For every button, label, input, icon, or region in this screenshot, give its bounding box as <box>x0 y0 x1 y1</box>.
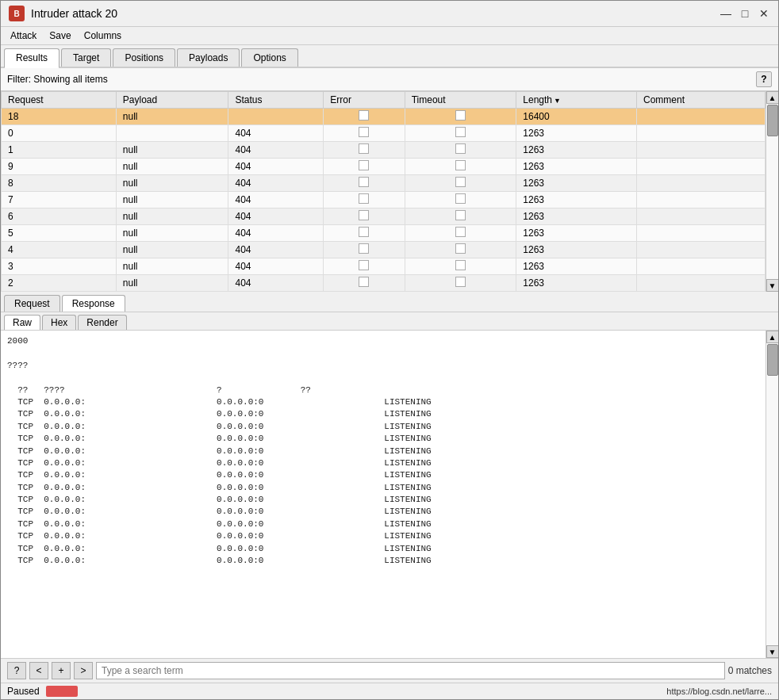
checkbox[interactable] <box>359 227 369 237</box>
table-cell: 1263 <box>516 125 637 142</box>
scroll-thumb[interactable] <box>767 105 778 136</box>
col-timeout[interactable]: Timeout <box>405 92 516 109</box>
checkbox[interactable] <box>455 193 466 204</box>
prev-button[interactable]: < <box>29 662 48 679</box>
table-row[interactable]: 4null4041263 <box>2 242 766 258</box>
raw-tabs: Raw Hex Render <box>1 312 778 331</box>
col-payload[interactable]: Payload <box>116 92 228 109</box>
table-cell <box>636 125 765 142</box>
scroll-up-button[interactable]: ▲ <box>766 91 779 104</box>
table-cell <box>405 175 516 192</box>
checkbox[interactable] <box>359 210 369 220</box>
col-length[interactable]: Length▼ <box>516 92 637 109</box>
checkbox[interactable] <box>455 260 466 270</box>
scroll-track[interactable] <box>766 104 779 279</box>
checkbox[interactable] <box>455 110 466 120</box>
scroll-down-button[interactable]: ▼ <box>766 279 779 292</box>
tab-target[interactable]: Target <box>61 48 111 67</box>
app-logo: B <box>9 6 25 21</box>
table-cell: null <box>116 142 228 159</box>
content-scroll-track[interactable] <box>766 343 779 645</box>
checkbox[interactable] <box>455 177 466 187</box>
table-cell: 404 <box>228 275 324 292</box>
tab-raw[interactable]: Raw <box>4 315 40 330</box>
table-cell: null <box>116 109 228 125</box>
table-row[interactable]: 18null16400 <box>2 109 766 125</box>
table-cell <box>405 225 516 242</box>
col-error[interactable]: Error <box>324 92 405 109</box>
table-cell: 1263 <box>516 258 637 275</box>
checkbox[interactable] <box>359 127 369 137</box>
checkbox[interactable] <box>359 260 369 270</box>
table-cell <box>324 258 405 275</box>
content-scrollbar[interactable]: ▲ ▼ <box>766 331 778 658</box>
table-scroll-area[interactable]: Request Payload Status Error Timeout Len… <box>1 91 766 292</box>
checkbox[interactable] <box>359 243 369 254</box>
table-cell <box>324 192 405 208</box>
tab-request[interactable]: Request <box>4 295 60 312</box>
table-row[interactable]: 1null4041263 <box>2 142 766 159</box>
table-scrollbar[interactable]: ▲ ▼ <box>766 91 778 292</box>
maximize-button[interactable]: □ <box>739 7 751 20</box>
table-row[interactable]: 9null4041263 <box>2 159 766 175</box>
menu-columns[interactable]: Columns <box>78 29 128 43</box>
checkbox[interactable] <box>455 277 466 287</box>
checkbox[interactable] <box>359 143 369 154</box>
table-row[interactable]: 6null4041263 <box>2 208 766 225</box>
table-cell: null <box>116 242 228 258</box>
help-button[interactable]: ? <box>756 71 772 87</box>
menu-attack[interactable]: Attack <box>4 29 43 43</box>
next-button[interactable]: > <box>74 662 93 679</box>
table-row[interactable]: 3null4041263 <box>2 258 766 275</box>
table-row[interactable]: 7null4041263 <box>2 192 766 208</box>
add-button[interactable]: + <box>52 662 71 679</box>
checkbox[interactable] <box>455 243 466 254</box>
table-cell: null <box>116 159 228 175</box>
tab-options[interactable]: Options <box>241 48 297 67</box>
table-cell: 404 <box>228 208 324 225</box>
checkbox[interactable] <box>359 110 369 120</box>
col-comment[interactable]: Comment <box>636 92 765 109</box>
table-cell: 9 <box>2 159 117 175</box>
checkbox[interactable] <box>455 143 466 154</box>
col-request[interactable]: Request <box>2 92 117 109</box>
checkbox[interactable] <box>455 210 466 220</box>
close-button[interactable]: ✕ <box>758 7 770 20</box>
tab-payloads[interactable]: Payloads <box>177 48 240 67</box>
table-cell <box>324 125 405 142</box>
tab-render[interactable]: Render <box>78 315 126 330</box>
checkbox[interactable] <box>359 277 369 287</box>
checkbox[interactable] <box>359 177 369 187</box>
checkbox[interactable] <box>455 160 466 170</box>
help-nav-button[interactable]: ? <box>7 662 26 679</box>
tab-response[interactable]: Response <box>62 295 125 312</box>
main-window: B Intruder attack 20 — □ ✕ Attack Save C… <box>0 0 779 700</box>
search-input[interactable] <box>96 662 725 679</box>
table-cell <box>405 208 516 225</box>
table-row[interactable]: 2null4041263 <box>2 275 766 292</box>
tab-hex[interactable]: Hex <box>42 315 76 330</box>
checkbox[interactable] <box>455 227 466 237</box>
checkbox[interactable] <box>455 127 466 137</box>
checkbox[interactable] <box>359 193 369 204</box>
menubar: Attack Save Columns <box>1 27 778 45</box>
minimize-button[interactable]: — <box>720 7 732 20</box>
table-row[interactable]: 04041263 <box>2 125 766 142</box>
table-cell: 1263 <box>516 225 637 242</box>
table-row[interactable]: 5null4041263 <box>2 225 766 242</box>
col-status[interactable]: Status <box>228 92 324 109</box>
tab-positions[interactable]: Positions <box>113 48 175 67</box>
content-scroll-thumb[interactable] <box>767 344 778 376</box>
table-row[interactable]: 8null4041263 <box>2 175 766 192</box>
table-cell <box>636 175 765 192</box>
table-cell: 7 <box>2 192 117 208</box>
table-cell: 404 <box>228 225 324 242</box>
content-scroll-down[interactable]: ▼ <box>766 645 779 658</box>
content-scroll-up[interactable]: ▲ <box>766 331 779 343</box>
table-cell: 1263 <box>516 242 637 258</box>
checkbox[interactable] <box>359 160 369 170</box>
menu-save[interactable]: Save <box>43 29 77 43</box>
tab-results[interactable]: Results <box>4 48 59 68</box>
table-cell: 404 <box>228 159 324 175</box>
table-cell: 5 <box>2 225 117 242</box>
